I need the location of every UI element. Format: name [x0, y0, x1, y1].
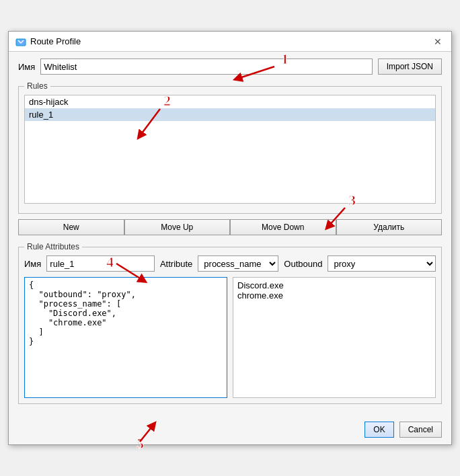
value-item: chrome.exe — [237, 290, 431, 301]
rules-list-container: dns-hijack rule_1 — [24, 95, 436, 204]
rules-legend: Rules — [24, 81, 50, 91]
bottom-panels: { "outbound": "proxy", "process_name": [… — [24, 277, 436, 398]
rules-fieldset: Rules dns-hijack rule_1 — [18, 81, 442, 214]
outbound-label: Outbound — [284, 259, 322, 269]
json-panel[interactable]: { "outbound": "proxy", "process_name": [… — [24, 277, 227, 398]
value-item: Discord.exe — [237, 280, 431, 290]
new-button[interactable]: New — [18, 219, 124, 235]
ok-button[interactable]: OK — [365, 422, 393, 438]
title-bar: Route Profile ✕ — [9, 32, 451, 52]
rule-name-input[interactable] — [46, 255, 155, 272]
attr-name-label: Имя — [24, 259, 41, 269]
rules-list: dns-hijack rule_1 — [25, 95, 435, 203]
attribute-select[interactable]: process_name domain ip_cidr protocol — [198, 255, 278, 272]
rule-attrs-legend: Rule Attributes — [24, 242, 82, 251]
dialog-footer: OK Cancel — [9, 416, 451, 444]
name-label: Имя — [18, 62, 35, 72]
move-up-button[interactable]: Move Up — [124, 219, 231, 235]
delete-button[interactable]: Удалить — [336, 219, 443, 235]
name-input[interactable] — [40, 58, 372, 75]
outbound-select[interactable]: proxy direct block — [328, 255, 436, 272]
move-down-button[interactable]: Move Down — [230, 219, 336, 235]
list-item[interactable]: rule_1 — [25, 108, 435, 121]
cancel-button[interactable]: Cancel — [399, 422, 442, 438]
route-profile-icon — [15, 36, 26, 47]
list-item[interactable]: dns-hijack — [25, 95, 435, 108]
close-button[interactable]: ✕ — [431, 37, 445, 46]
attrs-row: Имя Attribute process_name domain ip_cid… — [24, 255, 436, 272]
rules-buttons: New Move Up Move Down Удалить — [18, 219, 442, 235]
import-json-button[interactable]: Import JSON — [378, 58, 442, 75]
values-panel: Discord.exe chrome.exe — [233, 277, 436, 398]
dialog-body: Имя Import JSON Rules dns-hijack rule_1 … — [9, 52, 451, 416]
dialog-title: Route Profile — [30, 36, 81, 46]
name-row: Имя Import JSON — [18, 58, 442, 75]
route-profile-dialog: Route Profile ✕ Имя Import JSON Rules dn… — [8, 31, 452, 445]
attribute-label: Attribute — [160, 259, 192, 269]
rule-attrs-fieldset: Rule Attributes Имя Attribute process_na… — [18, 242, 442, 404]
